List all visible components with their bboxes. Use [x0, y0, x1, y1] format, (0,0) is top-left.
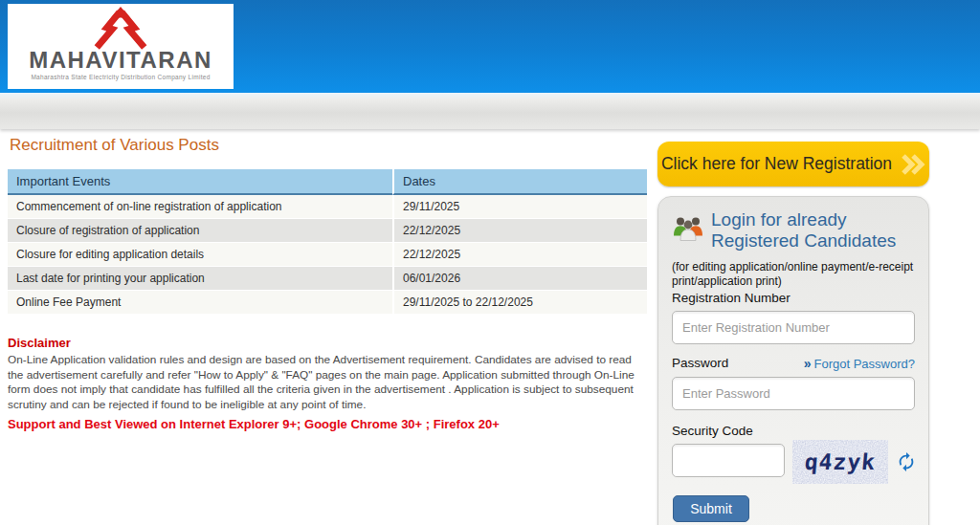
lightning-logo-icon [49, 7, 192, 51]
browser-support-note: Support and Best Viewed on Internet Expl… [8, 417, 500, 431]
refresh-captcha-button[interactable] [896, 451, 917, 475]
login-panel: Login for already Registered Candidates … [657, 196, 929, 525]
double-chevron-icon [901, 154, 925, 175]
disclaimer-text: On-Line Application validation rules and… [8, 353, 639, 413]
brand-tagline: Maharashtra State Electricity Distributi… [31, 74, 210, 80]
password-input[interactable] [672, 377, 915, 410]
table-row: Last date for printing your application … [8, 267, 647, 291]
date-cell: 29/11/2025 [392, 195, 647, 219]
table-header-row: Important Events Dates [8, 169, 647, 195]
events-column-header: Important Events [8, 169, 392, 195]
login-panel-title: Login for already Registered Candidates [711, 209, 896, 252]
new-registration-label: Click here for New Registration [661, 154, 892, 174]
table-row: Commencement of on-line registration of … [8, 195, 647, 219]
brand-name: MAHAVITARAN [29, 49, 212, 72]
security-code-input[interactable] [672, 444, 785, 477]
new-registration-button[interactable]: Click here for New Registration [657, 142, 929, 186]
date-cell: 22/12/2025 [392, 243, 647, 267]
registration-number-label: Registration Number [672, 291, 915, 305]
table-row: Closure for editing application details … [8, 243, 647, 267]
submit-button[interactable]: Submit [673, 495, 749, 522]
captcha-text: q4zyk [792, 440, 888, 484]
page: MAHAVITARAN Maharashtra State Electricit… [0, 0, 980, 525]
table-row: Closure of registration of application 2… [8, 219, 647, 243]
event-cell: Closure of registration of application [8, 219, 392, 243]
login-panel-subtitle: (for editing application/online payment/… [672, 260, 915, 289]
date-cell: 06/01/2026 [392, 267, 647, 291]
date-cell: 29/11/2025 to 22/12/2025 [392, 291, 647, 315]
events-table: Important Events Dates Commencement of o… [8, 169, 647, 315]
candidates-group-icon [672, 214, 704, 242]
header-substrip [0, 93, 980, 129]
header-banner: MAHAVITARAN Maharashtra State Electricit… [0, 0, 980, 93]
password-label: Password [672, 356, 728, 370]
double-chevron-icon: » [804, 356, 812, 371]
event-cell: Online Fee Payment [8, 291, 392, 315]
disclaimer-section: Disclaimer On-Line Application validatio… [8, 336, 639, 413]
page-title: Recruitment of Various Posts [10, 136, 219, 155]
logo: MAHAVITARAN Maharashtra State Electricit… [8, 4, 234, 89]
dates-column-header: Dates [392, 169, 647, 195]
forgot-password-link[interactable]: »Forgot Password? [804, 356, 915, 371]
captcha-image: q4zyk [792, 440, 888, 484]
registration-number-input[interactable] [672, 311, 915, 344]
table-row: Online Fee Payment 29/11/2025 to 22/12/2… [8, 291, 647, 315]
event-cell: Closure for editing application details [8, 243, 392, 267]
refresh-icon [896, 451, 917, 472]
disclaimer-title: Disclaimer [8, 336, 639, 350]
login-panel-header: Login for already Registered Candidates [672, 209, 915, 252]
date-cell: 22/12/2025 [392, 219, 647, 243]
event-cell: Commencement of on-line registration of … [8, 195, 392, 219]
security-code-label: Security Code [672, 424, 915, 438]
event-cell: Last date for printing your application [8, 267, 392, 291]
